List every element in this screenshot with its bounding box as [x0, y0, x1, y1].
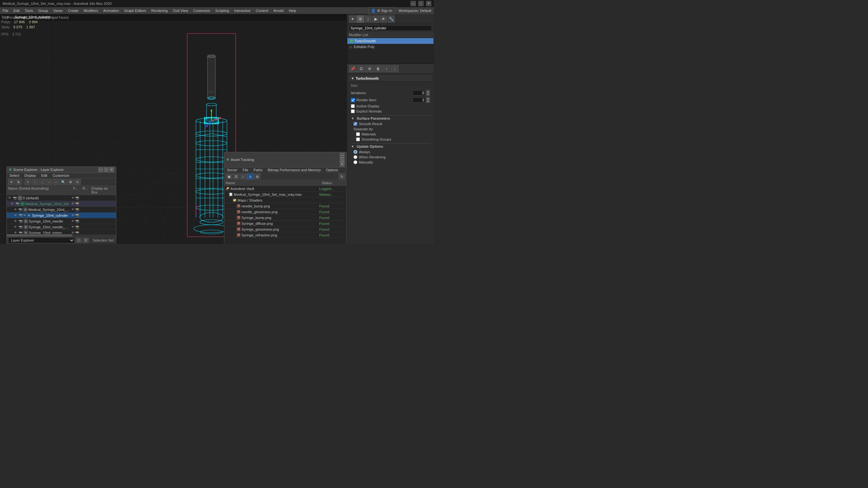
se-row-icon-render-6[interactable]: 📸: [75, 231, 79, 234]
render-iters-down[interactable]: ▼: [426, 100, 430, 103]
menu-item-modifiers[interactable]: Modifiers: [81, 7, 101, 14]
utilities-icon[interactable]: 🔧: [388, 15, 395, 23]
se-options-tool[interactable]: ⚙: [67, 179, 73, 185]
modifier-editable-poly[interactable]: ▷ Editable Poly: [347, 44, 434, 50]
isoline-checkbox[interactable]: [351, 104, 355, 108]
menu-item-graph-editors[interactable]: Graph Editors: [122, 7, 149, 14]
se-move-up-tool[interactable]: ↑: [32, 179, 38, 185]
minimize-button[interactable]: —: [411, 1, 416, 6]
se-row-icon-render-1[interactable]: 📸: [75, 202, 79, 205]
explicit-normals-checkbox[interactable]: [351, 109, 355, 113]
se-row-medical-set[interactable]: 👁 📷 ▼ Medical_Syringe_10ml_Set 👁 📸: [7, 201, 116, 207]
always-radio[interactable]: [353, 150, 357, 154]
se-footer-btn2[interactable]: ☰: [83, 238, 89, 243]
at-tool-1[interactable]: ▣: [226, 173, 232, 179]
menu-item-content[interactable]: Content: [253, 7, 271, 14]
se-col-r-header[interactable]: R...: [81, 186, 90, 195]
se-eye-icon-5[interactable]: 👁: [13, 225, 18, 229]
move-modifier-down-button[interactable]: ↓: [391, 65, 399, 72]
se-row-cylinder[interactable]: 👁 📷 ✏ ▣ Syringe_10ml_cylinder 👁 📸: [7, 213, 116, 218]
at-row-needle-gloss[interactable]: 🖼 needle_glossiness.png Found: [224, 209, 346, 215]
se-move-down-tool[interactable]: ↓: [39, 179, 45, 185]
se-edit-menu[interactable]: Edit: [39, 173, 50, 178]
se-add-layer-tool[interactable]: +: [25, 179, 31, 185]
se-select-menu[interactable]: Select: [7, 173, 22, 178]
se-row-icon-vis-5[interactable]: 👁: [71, 225, 74, 229]
menu-item-rendering[interactable]: Rendering: [149, 7, 170, 14]
smoothing-groups-checkbox[interactable]: [356, 137, 360, 141]
menu-item-interactive[interactable]: Interactive: [232, 7, 253, 14]
create-icon[interactable]: ✦: [349, 15, 356, 23]
se-row-layer-default[interactable]: 👁 📷 ≡ 0 (default) 👁 📸: [7, 195, 116, 201]
se-col-name-header[interactable]: Name (Sorted Ascending): [7, 186, 71, 195]
se-row-icon-render-4[interactable]: 📸: [75, 219, 79, 223]
at-tool-3[interactable]: □: [240, 173, 246, 179]
se-cam-icon-3[interactable]: 📷: [19, 213, 23, 218]
se-eye-icon-1[interactable]: 👁: [10, 202, 14, 206]
se-row-icon-vis-2[interactable]: 👁: [71, 208, 74, 211]
materials-checkbox[interactable]: [356, 132, 360, 136]
se-row-icon-render-0[interactable]: 📸: [75, 196, 79, 200]
when-rendering-radio[interactable]: [353, 155, 357, 159]
at-close-button[interactable]: ✕: [340, 162, 344, 166]
se-scrollbar[interactable]: [7, 234, 116, 236]
se-row-needle[interactable]: 👁 📷 ▣ Syringe_10ml_needle 👁 📸: [7, 218, 116, 224]
at-file-menu[interactable]: File: [240, 167, 251, 172]
se-layer-dropdown[interactable]: Layer Explorer: [8, 237, 74, 243]
se-row-icon-render-2[interactable]: 📸: [75, 208, 79, 211]
menu-item-file[interactable]: File: [0, 7, 11, 14]
se-display-menu[interactable]: Display: [22, 173, 39, 178]
render-iters-checkbox[interactable]: [351, 98, 355, 102]
se-footer-btn1[interactable]: ⬡: [76, 238, 82, 243]
asset-tracking-content[interactable]: 🔑 Autodesk Vault Logged... 📄 Medical_Syr…: [224, 186, 346, 244]
se-cam-icon-1[interactable]: 📷: [15, 202, 20, 206]
se-row-icon-render-3[interactable]: 📸: [75, 214, 79, 217]
se-refresh-tool[interactable]: ↻: [74, 179, 81, 185]
configure-button[interactable]: ⚙: [366, 65, 373, 72]
render-iters-input[interactable]: [412, 97, 426, 103]
se-row-icon-vis-6[interactable]: 👁: [71, 231, 74, 234]
se-cam-icon-5[interactable]: 📷: [19, 225, 23, 229]
hierarchy-icon[interactable]: ↕: [365, 15, 372, 23]
show-all-button[interactable]: ☰: [357, 65, 365, 72]
se-cam-icon-4[interactable]: 📷: [19, 219, 23, 224]
close-button[interactable]: ✕: [426, 1, 431, 6]
se-row-icon-render-5[interactable]: 📸: [75, 225, 79, 229]
render-iters-up[interactable]: ▲: [426, 97, 430, 100]
at-tool-4-active[interactable]: ⊟: [247, 173, 253, 179]
se-sort-tool[interactable]: ⇅: [15, 179, 22, 185]
at-row-vault[interactable]: 🔑 Autodesk Vault Logged...: [224, 186, 346, 192]
manually-radio[interactable]: [353, 160, 357, 164]
menu-item-arnold[interactable]: Arnold: [271, 7, 286, 14]
se-indent-tool[interactable]: →: [46, 179, 52, 185]
menu-item-views[interactable]: Views: [51, 7, 65, 14]
se-cam-icon-0[interactable]: 📷: [12, 196, 17, 200]
se-row-piston[interactable]: 👁 📷 ▣ Syringe_10ml_piston 👁 📸: [7, 230, 116, 234]
at-col-name-header[interactable]: Name: [224, 180, 320, 186]
at-row-syringe-gloss[interactable]: 🖼 Syringe_glossiness.png Found: [224, 226, 346, 232]
scene-explorer-content[interactable]: 👁 📷 ≡ 0 (default) 👁 📸 👁 📷 ▼ Medical_Syri…: [7, 195, 116, 234]
at-minimize-button[interactable]: —: [340, 153, 344, 157]
se-row-icon-vis-4[interactable]: 👁: [71, 219, 74, 223]
smooth-result-checkbox[interactable]: [353, 122, 357, 126]
menu-item-help[interactable]: Help: [286, 7, 299, 14]
display-icon[interactable]: 👁: [380, 15, 387, 23]
se-row-icon-vis-3[interactable]: 👁: [71, 214, 74, 217]
menu-item-tools[interactable]: Tools: [22, 7, 36, 14]
modifier-turbosmooth[interactable]: TurboSmooth: [347, 38, 434, 44]
at-row-maps-folder[interactable]: 📁 Maps / Shaders: [224, 197, 346, 203]
se-restore-button[interactable]: □: [104, 167, 108, 172]
sign-in-area[interactable]: 👤 ⚙ Sign In: [368, 7, 395, 14]
se-customize-menu[interactable]: Customize: [50, 173, 72, 178]
at-col-status-header[interactable]: Status: [320, 180, 346, 186]
delete-modifier-button[interactable]: 🗑: [374, 65, 382, 72]
menu-item-civil-view[interactable]: Civil View: [170, 7, 190, 14]
at-row-syringe-refraction[interactable]: 🖼 Syringe_refraction.png Found: [224, 232, 346, 238]
at-server-menu[interactable]: Server: [224, 167, 240, 172]
menu-item-group[interactable]: Group: [35, 7, 51, 14]
se-eye-icon-3[interactable]: 👁: [13, 213, 18, 218]
maximize-button[interactable]: □: [418, 1, 424, 6]
menu-item-scripting[interactable]: Scripting: [213, 7, 232, 14]
menu-item-customize[interactable]: Customize: [191, 7, 213, 14]
pin-stack-button[interactable]: 📌: [349, 65, 357, 72]
